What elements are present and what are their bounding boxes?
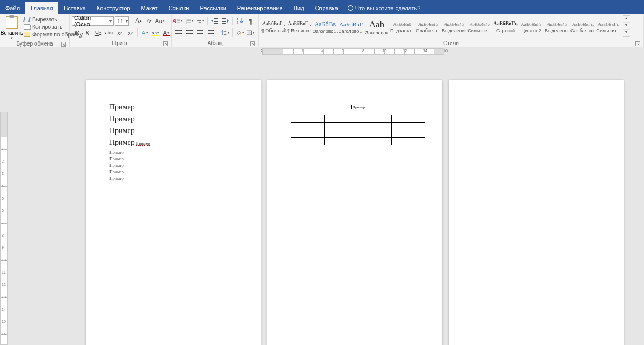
text-line: Пример (109, 157, 244, 162)
paste-button[interactable]: Вставить ▾ (2, 15, 21, 40)
style-item-2[interactable]: АаБбВвЗаголово… (312, 16, 338, 39)
align-center-button[interactable] (185, 28, 194, 38)
styles-scroll-down[interactable]: ▾ (623, 23, 630, 30)
page-3[interactable] (449, 80, 624, 345)
ruler-horizontal-wrap: 2246810121416 (0, 47, 644, 56)
superscript-button[interactable]: x2 (126, 28, 135, 38)
table-cell[interactable] (325, 138, 358, 145)
borders-button[interactable]: ▾ (246, 28, 255, 38)
styles-expand[interactable]: ▾ (623, 30, 630, 36)
change-case-button[interactable]: Aa▾ (155, 16, 165, 26)
svg-rect-21 (222, 21, 226, 22)
table-cell[interactable] (325, 115, 358, 123)
shrink-font-button[interactable]: A▾ (144, 16, 154, 26)
multilevel-list-button[interactable]: ▾ (195, 16, 205, 26)
style-item-0[interactable]: АаБбВвГг,¶ Обычный (261, 16, 287, 39)
bullet-list-icon (174, 17, 180, 25)
group-clipboard: Вставить ▾ Вырезать Копировать Формат по… (0, 14, 70, 47)
table-cell[interactable] (291, 123, 325, 130)
tab-file[interactable]: Файл (0, 2, 25, 14)
ruler-horizontal[interactable]: 2246810121416 (262, 48, 444, 55)
align-left-button[interactable] (174, 28, 184, 38)
paragraph-dialog-launcher[interactable]: ↘ (250, 41, 255, 46)
svg-rect-20 (222, 20, 226, 20)
style-item-4[interactable]: AabЗаголовок (364, 16, 390, 39)
table-cell[interactable] (391, 123, 425, 130)
decrease-indent-button[interactable] (210, 16, 219, 26)
table-cell[interactable] (358, 130, 391, 138)
highlight-button[interactable]: ab▾ (151, 28, 160, 38)
bullets-button[interactable]: ▾ (174, 16, 184, 26)
page-2[interactable]: Пример (267, 80, 442, 345)
style-preview: АаБбВвГг (418, 22, 438, 27)
tab-help[interactable]: Справка (310, 2, 343, 14)
tab-references[interactable]: Ссылки (163, 2, 195, 14)
tell-me-search[interactable]: Что вы хотите сделать? (343, 2, 425, 14)
page-1[interactable]: ПримерПримерПримерПримерПримерПримерПрим… (86, 80, 261, 345)
tab-view[interactable]: Вид (288, 2, 310, 14)
table-cell[interactable] (391, 115, 425, 123)
styles-scroll-up[interactable]: ▴ (623, 16, 630, 23)
font-dialog-launcher[interactable]: ↘ (163, 41, 168, 46)
table-cell[interactable] (291, 115, 325, 123)
svg-point-4 (175, 22, 177, 23)
tab-layout[interactable]: Макет (136, 2, 163, 14)
style-item-7[interactable]: АаБбВвГгВыделение (441, 16, 467, 39)
styles-gallery: АаБбВвГг,¶ ОбычныйАаБбВвГг,¶ Без инте…Аа… (261, 15, 621, 39)
numbering-button[interactable]: 123▾ (185, 16, 194, 26)
style-item-5[interactable]: АаБбВвГПодзагол… (390, 16, 415, 39)
strikethrough-button[interactable]: abc (104, 28, 114, 38)
tab-insert[interactable]: Вставка (58, 2, 91, 14)
style-item-9[interactable]: АаБбВвГг,Строгий (493, 16, 518, 39)
sort-button[interactable]: AZ (235, 16, 245, 26)
grow-font-button[interactable]: A▴ (134, 16, 143, 26)
line-spacing-button[interactable]: ▾ (221, 28, 230, 38)
increase-indent-button[interactable] (221, 16, 230, 26)
table-cell[interactable] (325, 130, 358, 138)
style-item-1[interactable]: АаБбВвГг,¶ Без инте… (287, 16, 312, 39)
tab-home[interactable]: Главная (25, 2, 58, 14)
scissors-icon (23, 17, 31, 22)
page-2-table[interactable] (291, 115, 425, 145)
style-name: Заголовок (365, 30, 388, 35)
style-item-10[interactable]: АаБбВвГгЦитата 2 (518, 16, 544, 39)
style-item-12[interactable]: АаБбВвГг,Слабая сс… (570, 16, 596, 39)
clipboard-dialog-launcher[interactable]: ↘ (61, 42, 66, 47)
style-item-8[interactable]: АаБбВвГгСильное… (467, 16, 493, 39)
styles-dialog-launcher[interactable]: ↘ (635, 41, 640, 46)
paste-label: Вставить (1, 30, 23, 36)
font-size-combo[interactable]: 11▾ (115, 16, 129, 26)
table-cell[interactable] (358, 138, 391, 145)
tab-design[interactable]: Конструктор (91, 2, 136, 14)
table-cell[interactable] (291, 138, 325, 145)
table-cell[interactable] (291, 130, 325, 138)
text-effects-button[interactable]: A▾ (140, 28, 150, 38)
style-item-6[interactable]: АаБбВвГгСлабое в… (415, 16, 441, 39)
tell-me-label: Что вы хотите сделать? (355, 5, 421, 11)
table-cell[interactable] (358, 123, 391, 130)
table-cell[interactable] (391, 138, 425, 145)
show-marks-button[interactable]: ¶ (246, 16, 255, 26)
style-item-13[interactable]: АаБбВвГг,Сильная… (596, 16, 621, 39)
bold-button[interactable]: Ж (72, 28, 82, 38)
style-item-3[interactable]: АаБбВвГЗаголово… (338, 16, 364, 39)
justify-button[interactable] (206, 28, 216, 38)
font-color-button[interactable]: A▾ (162, 28, 171, 38)
text-line: Пример (109, 150, 244, 155)
style-name: Выделение (442, 28, 466, 33)
subscript-button[interactable]: x2 (115, 28, 125, 38)
style-item-11[interactable]: АаБбВвГгВыделенн… (544, 16, 570, 39)
font-name-combo[interactable]: Calibri (Осно▾ (72, 16, 114, 26)
shading-button[interactable]: ▾ (235, 28, 245, 38)
table-cell[interactable] (358, 115, 391, 123)
italic-button[interactable]: К (83, 28, 92, 38)
tab-review[interactable]: Рецензирование (232, 2, 288, 14)
table-cell[interactable] (325, 123, 358, 130)
align-right-button[interactable] (195, 28, 205, 38)
style-name: Цитата 2 (521, 28, 541, 33)
svg-rect-7 (187, 19, 191, 19)
tab-mailings[interactable]: Рассылки (194, 2, 231, 14)
table-cell[interactable] (391, 130, 425, 138)
underline-button[interactable]: Ч▾ (93, 28, 103, 38)
page-2-caption-line: Пример (291, 103, 425, 109)
